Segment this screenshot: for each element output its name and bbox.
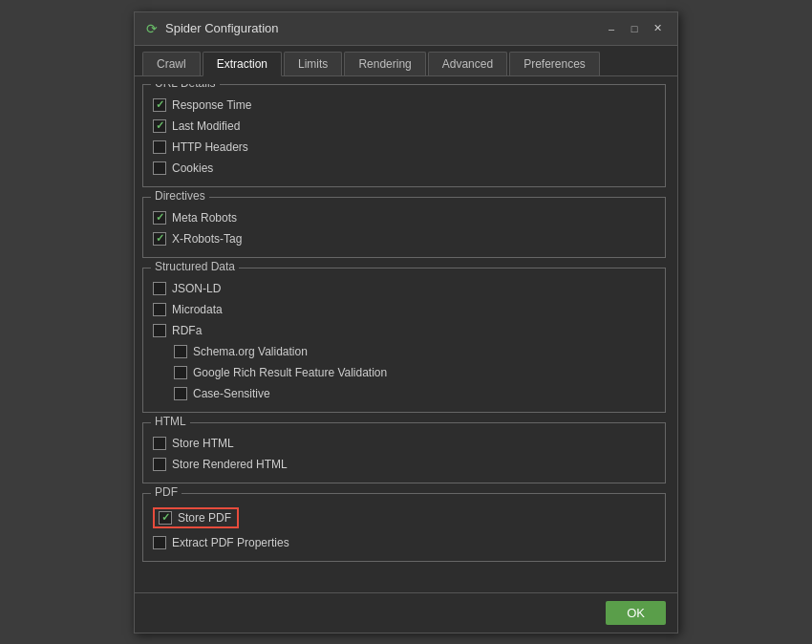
pdf-title: PDF [151,485,182,499]
meta-robots-label[interactable]: Meta Robots [172,211,237,225]
http-headers-row: HTTP Headers [153,137,655,158]
structured-data-title: Structured Data [151,260,239,273]
last-modified-row: Last Modified [153,116,655,137]
extract-pdf-row: Extract PDF Properties [153,532,655,553]
structured-data-group: Structured Data JSON-LD Microdata RDFa S… [142,268,666,413]
tab-rendering[interactable]: Rendering [344,52,425,75]
tab-extraction[interactable]: Extraction [203,52,282,76]
rich-result-checkbox[interactable] [174,366,187,379]
store-rendered-html-row: Store Rendered HTML [153,454,655,475]
response-time-label[interactable]: Response Time [172,98,251,112]
schema-validation-label[interactable]: Schema.org Validation [193,345,308,358]
store-pdf-label[interactable]: Store PDF [178,511,231,525]
extract-pdf-label[interactable]: Extract PDF Properties [172,536,289,549]
last-modified-checkbox[interactable] [153,119,166,133]
tab-limits[interactable]: Limits [284,52,342,75]
ok-button[interactable]: OK [606,601,666,625]
http-headers-checkbox[interactable] [153,140,166,154]
dialog-footer: OK [135,592,677,633]
url-details-title: URL Details [151,84,220,90]
case-sensitive-row: Case-Sensitive [174,383,655,404]
title-bar-left: ⟳ Spider Configuration [144,21,279,36]
spider-config-dialog: ⟳ Spider Configuration – □ ✕ Crawl Extra… [134,11,678,633]
url-details-group: URL Details Response Time Last Modified … [142,84,666,187]
microdata-label[interactable]: Microdata [172,303,223,316]
json-ld-label[interactable]: JSON-LD [172,282,221,295]
microdata-row: Microdata [153,299,655,320]
rdfa-label[interactable]: RDFa [172,324,202,337]
schema-validation-row: Schema.org Validation [174,341,655,362]
json-ld-row: JSON-LD [153,278,655,299]
x-robots-tag-row: X-Robots-Tag [153,228,655,249]
store-html-row: Store HTML [153,433,655,454]
cookies-checkbox[interactable] [153,161,166,175]
store-rendered-html-label[interactable]: Store Rendered HTML [172,458,288,471]
extract-pdf-checkbox[interactable] [153,536,166,549]
case-sensitive-label[interactable]: Case-Sensitive [193,387,270,400]
x-robots-tag-checkbox[interactable] [153,232,166,246]
content-area: URL Details Response Time Last Modified … [135,76,677,592]
tab-bar: Crawl Extraction Limits Rendering Advanc… [135,46,677,76]
window-controls: – □ ✕ [601,20,668,37]
rich-result-row: Google Rich Result Feature Validation [174,362,655,383]
tab-advanced[interactable]: Advanced [428,52,507,75]
http-headers-label[interactable]: HTTP Headers [172,140,248,154]
directives-title: Directives [151,189,209,203]
maximize-button[interactable]: □ [624,20,645,37]
cookies-label[interactable]: Cookies [172,161,213,175]
tab-crawl[interactable]: Crawl [142,52,201,75]
html-title: HTML [151,415,190,428]
store-html-checkbox[interactable] [153,437,166,450]
store-pdf-row: Store PDF [153,504,655,532]
rdfa-checkbox[interactable] [153,324,166,337]
schema-validation-checkbox[interactable] [174,345,187,358]
response-time-checkbox[interactable] [153,98,166,112]
json-ld-checkbox[interactable] [153,282,166,295]
meta-robots-row: Meta Robots [153,207,655,228]
meta-robots-checkbox[interactable] [153,211,166,225]
minimize-button[interactable]: – [601,20,622,37]
last-modified-label[interactable]: Last Modified [172,119,240,133]
close-button[interactable]: ✕ [647,20,668,37]
scroll-area[interactable]: URL Details Response Time Last Modified … [142,84,670,581]
rich-result-label[interactable]: Google Rich Result Feature Validation [193,366,387,379]
store-html-label[interactable]: Store HTML [172,437,234,450]
app-icon: ⟳ [144,21,160,36]
html-group: HTML Store HTML Store Rendered HTML [142,422,666,483]
title-bar: ⟳ Spider Configuration – □ ✕ [135,12,677,46]
store-rendered-html-checkbox[interactable] [153,458,166,471]
response-time-row: Response Time [153,95,655,116]
x-robots-tag-label[interactable]: X-Robots-Tag [172,232,242,246]
dialog-title: Spider Configuration [165,21,279,35]
directives-group: Directives Meta Robots X-Robots-Tag [142,197,666,258]
microdata-checkbox[interactable] [153,303,166,316]
cookies-row: Cookies [153,158,655,179]
store-pdf-highlight: Store PDF [153,507,239,528]
store-pdf-checkbox[interactable] [159,511,172,525]
pdf-group: PDF Store PDF Extract PDF Properties [142,493,666,562]
case-sensitive-checkbox[interactable] [174,387,187,400]
rdfa-row: RDFa [153,320,655,341]
tab-preferences[interactable]: Preferences [509,52,600,75]
